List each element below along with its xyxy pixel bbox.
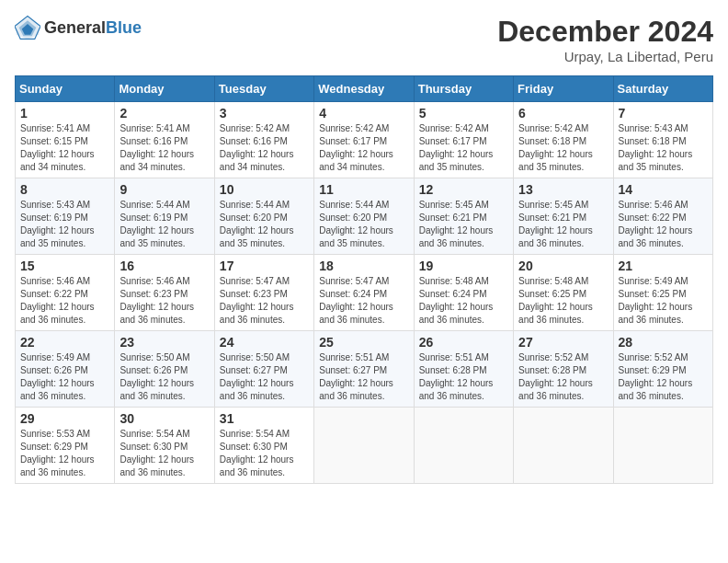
day-number: 18 (319, 259, 408, 273)
page-header: GeneralBlue December 2024 Urpay, La Libe… (15, 15, 713, 64)
day-detail: Sunrise: 5:41 AM Sunset: 6:16 PM Dayligh… (119, 122, 209, 174)
day-number: 14 (619, 182, 708, 197)
day-number: 20 (518, 259, 608, 273)
day-detail: Sunrise: 5:42 AM Sunset: 6:18 PM Dayligh… (518, 122, 608, 174)
calendar-cell: 3Sunrise: 5:42 AM Sunset: 6:16 PM Daylig… (214, 102, 313, 178)
day-number: 23 (119, 335, 209, 350)
calendar-cell: 24Sunrise: 5:50 AM Sunset: 6:27 PM Dayli… (214, 331, 313, 408)
calendar-cell: 23Sunrise: 5:50 AM Sunset: 6:26 PM Dayli… (115, 331, 214, 408)
day-detail: Sunrise: 5:50 AM Sunset: 6:26 PM Dayligh… (119, 351, 209, 403)
calendar-header-thursday: Thursday (414, 76, 513, 102)
day-detail: Sunrise: 5:49 AM Sunset: 6:26 PM Dayligh… (20, 351, 109, 403)
day-detail: Sunrise: 5:52 AM Sunset: 6:28 PM Dayligh… (518, 351, 608, 403)
calendar-cell: 19Sunrise: 5:48 AM Sunset: 6:24 PM Dayli… (414, 255, 513, 331)
day-number: 25 (319, 335, 408, 350)
day-detail: Sunrise: 5:54 AM Sunset: 6:30 PM Dayligh… (220, 428, 309, 479)
day-number: 17 (220, 259, 309, 273)
day-number: 19 (419, 259, 508, 273)
calendar-header-friday: Friday (514, 76, 613, 102)
day-number: 7 (619, 106, 708, 121)
day-detail: Sunrise: 5:54 AM Sunset: 6:30 PM Dayligh… (119, 428, 209, 479)
calendar-cell: 4Sunrise: 5:42 AM Sunset: 6:17 PM Daylig… (314, 102, 414, 178)
calendar-cell: 6Sunrise: 5:42 AM Sunset: 6:18 PM Daylig… (514, 102, 613, 178)
calendar-cell: 13Sunrise: 5:45 AM Sunset: 6:21 PM Dayli… (514, 178, 613, 255)
day-number: 29 (20, 411, 109, 426)
calendar-table: SundayMondayTuesdayWednesdayThursdayFrid… (15, 75, 713, 484)
day-number: 1 (20, 106, 109, 121)
day-detail: Sunrise: 5:46 AM Sunset: 6:22 PM Dayligh… (20, 275, 109, 327)
day-detail: Sunrise: 5:43 AM Sunset: 6:18 PM Dayligh… (619, 122, 708, 174)
day-number: 2 (119, 106, 209, 121)
calendar-cell: 17Sunrise: 5:47 AM Sunset: 6:23 PM Dayli… (214, 255, 313, 331)
day-detail: Sunrise: 5:42 AM Sunset: 6:17 PM Dayligh… (319, 122, 408, 174)
calendar-cell: 16Sunrise: 5:46 AM Sunset: 6:23 PM Dayli… (115, 255, 214, 331)
day-number: 28 (619, 335, 708, 350)
calendar-cell: 31Sunrise: 5:54 AM Sunset: 6:30 PM Dayli… (214, 408, 313, 484)
calendar-cell: 25Sunrise: 5:51 AM Sunset: 6:27 PM Dayli… (314, 331, 414, 408)
calendar-cell: 1Sunrise: 5:41 AM Sunset: 6:15 PM Daylig… (16, 102, 115, 178)
day-detail: Sunrise: 5:49 AM Sunset: 6:25 PM Dayligh… (619, 275, 708, 327)
day-number: 9 (119, 182, 209, 197)
day-number: 13 (518, 182, 608, 197)
calendar-cell: 14Sunrise: 5:46 AM Sunset: 6:22 PM Dayli… (613, 178, 712, 255)
day-number: 12 (419, 182, 508, 197)
day-number: 10 (220, 182, 309, 197)
day-number: 16 (119, 259, 209, 273)
day-detail: Sunrise: 5:52 AM Sunset: 6:29 PM Dayligh… (619, 351, 708, 403)
calendar-header-tuesday: Tuesday (214, 76, 313, 102)
day-number: 22 (20, 335, 109, 350)
calendar-cell (314, 408, 414, 484)
calendar-header-row: SundayMondayTuesdayWednesdayThursdayFrid… (16, 76, 713, 102)
calendar-cell: 29Sunrise: 5:53 AM Sunset: 6:29 PM Dayli… (16, 408, 115, 484)
day-number: 6 (518, 106, 608, 121)
calendar-week-row: 1Sunrise: 5:41 AM Sunset: 6:15 PM Daylig… (16, 102, 713, 178)
calendar-cell: 12Sunrise: 5:45 AM Sunset: 6:21 PM Dayli… (414, 178, 513, 255)
day-detail: Sunrise: 5:46 AM Sunset: 6:23 PM Dayligh… (119, 275, 209, 327)
calendar-cell: 28Sunrise: 5:52 AM Sunset: 6:29 PM Dayli… (613, 331, 712, 408)
month-title: December 2024 (497, 15, 713, 49)
calendar-week-row: 29Sunrise: 5:53 AM Sunset: 6:29 PM Dayli… (16, 408, 713, 484)
calendar-week-row: 22Sunrise: 5:49 AM Sunset: 6:26 PM Dayli… (16, 331, 713, 408)
calendar-week-row: 8Sunrise: 5:43 AM Sunset: 6:19 PM Daylig… (16, 178, 713, 255)
calendar-cell: 27Sunrise: 5:52 AM Sunset: 6:28 PM Dayli… (514, 331, 613, 408)
day-detail: Sunrise: 5:44 AM Sunset: 6:20 PM Dayligh… (220, 199, 309, 250)
logo-blue: Blue (106, 18, 142, 37)
calendar-week-row: 15Sunrise: 5:46 AM Sunset: 6:22 PM Dayli… (16, 255, 713, 331)
day-detail: Sunrise: 5:48 AM Sunset: 6:25 PM Dayligh… (518, 275, 608, 327)
logo: GeneralBlue (15, 15, 142, 40)
day-number: 5 (419, 106, 508, 121)
day-detail: Sunrise: 5:51 AM Sunset: 6:27 PM Dayligh… (319, 351, 408, 403)
calendar-header-wednesday: Wednesday (314, 76, 414, 102)
day-number: 21 (619, 259, 708, 273)
calendar-cell: 30Sunrise: 5:54 AM Sunset: 6:30 PM Dayli… (115, 408, 214, 484)
day-number: 24 (220, 335, 309, 350)
logo-general: General (44, 18, 106, 37)
day-detail: Sunrise: 5:50 AM Sunset: 6:27 PM Dayligh… (220, 351, 309, 403)
day-number: 26 (419, 335, 508, 350)
location-subtitle: Urpay, La Libertad, Peru (497, 49, 713, 64)
calendar-cell: 8Sunrise: 5:43 AM Sunset: 6:19 PM Daylig… (16, 178, 115, 255)
day-detail: Sunrise: 5:48 AM Sunset: 6:24 PM Dayligh… (419, 275, 508, 327)
day-detail: Sunrise: 5:42 AM Sunset: 6:17 PM Dayligh… (419, 122, 508, 174)
logo-icon (15, 15, 40, 40)
calendar-header-monday: Monday (115, 76, 214, 102)
calendar-cell: 18Sunrise: 5:47 AM Sunset: 6:24 PM Dayli… (314, 255, 414, 331)
calendar-cell (414, 408, 513, 484)
day-detail: Sunrise: 5:44 AM Sunset: 6:20 PM Dayligh… (319, 199, 408, 250)
day-detail: Sunrise: 5:44 AM Sunset: 6:19 PM Dayligh… (119, 199, 209, 250)
day-detail: Sunrise: 5:47 AM Sunset: 6:23 PM Dayligh… (220, 275, 309, 327)
day-detail: Sunrise: 5:46 AM Sunset: 6:22 PM Dayligh… (619, 199, 708, 250)
calendar-cell: 10Sunrise: 5:44 AM Sunset: 6:20 PM Dayli… (214, 178, 313, 255)
day-detail: Sunrise: 5:45 AM Sunset: 6:21 PM Dayligh… (419, 199, 508, 250)
day-number: 8 (20, 182, 109, 197)
calendar-cell: 7Sunrise: 5:43 AM Sunset: 6:18 PM Daylig… (613, 102, 712, 178)
day-detail: Sunrise: 5:45 AM Sunset: 6:21 PM Dayligh… (518, 199, 608, 250)
calendar-cell: 5Sunrise: 5:42 AM Sunset: 6:17 PM Daylig… (414, 102, 513, 178)
calendar-cell: 15Sunrise: 5:46 AM Sunset: 6:22 PM Dayli… (16, 255, 115, 331)
day-number: 30 (119, 411, 209, 426)
day-number: 15 (20, 259, 109, 273)
day-number: 11 (319, 182, 408, 197)
calendar-cell: 21Sunrise: 5:49 AM Sunset: 6:25 PM Dayli… (613, 255, 712, 331)
calendar-cell: 20Sunrise: 5:48 AM Sunset: 6:25 PM Dayli… (514, 255, 613, 331)
calendar-cell: 11Sunrise: 5:44 AM Sunset: 6:20 PM Dayli… (314, 178, 414, 255)
